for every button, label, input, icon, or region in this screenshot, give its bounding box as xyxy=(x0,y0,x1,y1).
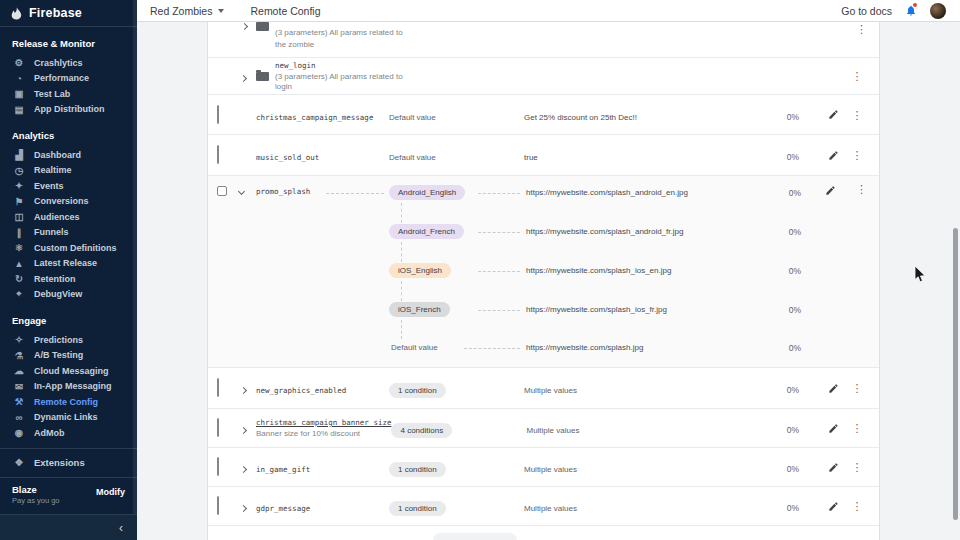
avatar[interactable] xyxy=(930,3,946,19)
edit-pencil-icon[interactable] xyxy=(828,501,839,512)
sidebar-item-crashlytics[interactable]: ⚙Crashlytics xyxy=(0,55,137,71)
row-menu-icon[interactable]: ⋮ xyxy=(852,150,863,160)
sidebar-item-predictions[interactable]: ✧Predictions xyxy=(0,332,137,348)
sidebar-item-events[interactable]: ✦Events xyxy=(0,178,137,194)
row-menu-icon[interactable]: ⋮ xyxy=(852,462,863,472)
row-menu-icon[interactable]: ⋮ xyxy=(852,423,863,433)
test-lab-icon: ▣ xyxy=(12,88,26,99)
sidebar-item-cloud-messaging[interactable]: ☁Cloud Messaging xyxy=(0,363,137,379)
row-checkbox[interactable] xyxy=(217,418,219,437)
sidebar-item-audiences[interactable]: ◫Audiences xyxy=(0,209,137,225)
vertical-scrollbar-thumb[interactable] xyxy=(953,228,958,520)
table-row-christmas-campaign-message: christmas_campaign_message Default value… xyxy=(208,95,879,135)
group-name: new_login xyxy=(275,61,845,70)
firebase-home-link[interactable]: Firebase xyxy=(0,0,137,27)
fetch-percent: 0% xyxy=(787,152,799,162)
edit-pencil-icon[interactable] xyxy=(828,462,839,473)
expand-chevron-icon[interactable] xyxy=(240,505,247,512)
sidebar-collapse-bar: ‹ xyxy=(0,514,137,540)
project-name: Red Zombies xyxy=(150,5,212,17)
sidebar-item-realtime[interactable]: ◷Realtime xyxy=(0,163,137,179)
row-menu-icon[interactable]: ⋮ xyxy=(856,184,867,194)
dynamic-links-icon: ∞ xyxy=(12,412,26,423)
sidebar-item-dynamic-links[interactable]: ∞Dynamic Links xyxy=(0,410,137,426)
fetch-percent: 0% xyxy=(728,188,801,198)
conditions-chip: 4 conditions xyxy=(391,423,452,438)
row-menu-icon[interactable]: ⋮ xyxy=(856,24,867,34)
collapse-sidebar-icon[interactable]: ‹ xyxy=(119,521,123,535)
row-checkbox[interactable] xyxy=(217,457,219,476)
expand-chevron-icon[interactable] xyxy=(240,427,247,434)
condition-chip-ios-english: iOS_English xyxy=(389,263,451,278)
row-menu-icon[interactable]: ⋮ xyxy=(852,110,863,120)
sidebar-item-retention[interactable]: ↻Retention xyxy=(0,271,137,287)
sidebar-item-custom-definitions[interactable]: ⚛Custom Definitions xyxy=(0,240,137,256)
expand-chevron-icon[interactable] xyxy=(240,387,247,394)
fetch-percent: 0% xyxy=(787,464,799,474)
project-selector[interactable]: Red Zombies xyxy=(150,5,224,17)
dashboard-icon: ▟ xyxy=(12,149,26,160)
events-icon: ✦ xyxy=(12,180,26,191)
fetch-percent: 0% xyxy=(728,305,801,315)
expand-chevron-icon[interactable] xyxy=(240,75,247,82)
notifications-bell-icon[interactable] xyxy=(905,4,917,17)
variant-value: https://mywebsite.com/splash_android_en.… xyxy=(526,188,688,197)
realtime-icon: ◷ xyxy=(12,165,26,176)
ab-testing-icon: ⚗ xyxy=(12,350,26,361)
collapse-chevron-icon[interactable] xyxy=(238,188,245,195)
row-menu-icon[interactable]: ⋮ xyxy=(852,71,863,81)
table-row-group-new-login: new_login (3 parameters) All params rela… xyxy=(208,58,879,95)
param-value: Multiple values xyxy=(524,386,577,395)
expand-chevron-icon[interactable] xyxy=(241,23,248,30)
row-checkbox[interactable] xyxy=(217,105,219,124)
sidebar-item-test-lab[interactable]: ▣Test Lab xyxy=(0,86,137,102)
sidebar-item-in-app-messaging[interactable]: ✉In-App Messaging xyxy=(0,379,137,395)
predictions-icon: ✧ xyxy=(12,334,26,345)
sidebar-item-performance[interactable]: ◔Performance xyxy=(0,71,137,87)
sidebar-item-funnels[interactable]: ∥Funnels xyxy=(0,225,137,241)
folder-icon xyxy=(256,72,269,81)
section-engage: Engage xyxy=(0,315,137,326)
variant-value: https://mywebsite.com/splash.jpg xyxy=(526,343,643,352)
sidebar-item-remote-config[interactable]: ⚒Remote Config xyxy=(0,394,137,410)
table-row-promo-splash-expanded: promo_splash Android_English Android_Fre… xyxy=(208,176,879,368)
sidebar-item-app-distribution[interactable]: ▤App Distribution xyxy=(0,102,137,118)
sidebar-item-dashboard[interactable]: ▟Dashboard xyxy=(0,147,137,163)
debugview-icon: ⌖ xyxy=(12,288,26,300)
edit-pencil-icon[interactable] xyxy=(828,109,839,120)
conditions-chip: 1 condition xyxy=(389,501,446,516)
row-checkbox[interactable] xyxy=(217,145,219,164)
modify-plan-button[interactable]: Modify xyxy=(96,487,125,497)
sidebar-item-conversions[interactable]: ⚑Conversions xyxy=(0,194,137,210)
fetch-percent: 0% xyxy=(787,425,799,435)
fetch-percent: 0% xyxy=(728,227,801,237)
edit-pencil-icon[interactable] xyxy=(828,383,839,394)
edit-pencil-icon[interactable] xyxy=(825,185,836,196)
plan-description: Pay as you go xyxy=(12,496,125,505)
go-to-docs-link[interactable]: Go to docs xyxy=(841,5,892,17)
row-checkbox[interactable] xyxy=(217,186,227,196)
app-distribution-icon: ▤ xyxy=(12,104,26,115)
sidebar-item-debugview[interactable]: ⌖DebugView xyxy=(0,287,137,303)
dash-connector xyxy=(478,193,520,194)
sidebar-item-latest-release[interactable]: ▲Latest Release xyxy=(0,256,137,272)
edit-pencil-icon[interactable] xyxy=(828,150,839,161)
edit-pencil-icon[interactable] xyxy=(828,423,839,434)
dash-connector xyxy=(401,242,402,262)
row-checkbox[interactable] xyxy=(217,378,219,397)
sidebar-item-admob[interactable]: ◉AdMob xyxy=(0,425,137,441)
sidebar-item-ab-testing[interactable]: ⚗A/B Testing xyxy=(0,348,137,364)
sidebar: Firebase Release & Monitor ⚙Crashlytics … xyxy=(0,0,137,540)
custom-definitions-icon: ⚛ xyxy=(12,242,26,253)
sidebar-item-extensions[interactable]: ❖ Extensions xyxy=(0,449,137,478)
expand-chevron-icon[interactable] xyxy=(240,466,247,473)
dash-connector xyxy=(464,348,520,349)
row-menu-icon[interactable]: ⋮ xyxy=(852,501,863,511)
main-content: (3 parameters) All params related to the… xyxy=(137,22,960,540)
dash-connector xyxy=(478,271,520,272)
table-row-group-zombie: (3 parameters) All params related to the… xyxy=(208,22,879,58)
variant-value: https://mywebsite.com/splash_android_fr.… xyxy=(526,227,683,236)
row-checkbox[interactable] xyxy=(217,496,219,515)
condition-label: Default value xyxy=(389,153,436,162)
row-menu-icon[interactable]: ⋮ xyxy=(852,383,863,393)
